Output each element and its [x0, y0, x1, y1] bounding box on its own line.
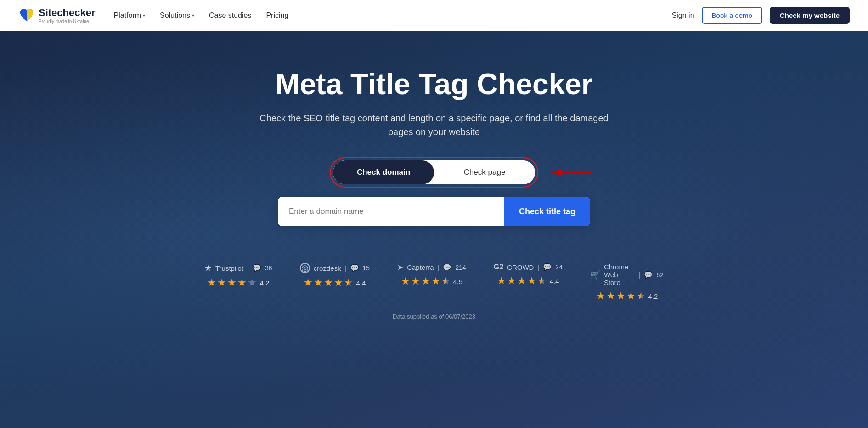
logo-subtitle: Proudly made in Ukraine: [39, 19, 96, 24]
rating-crowd: G2 CROWD | 💬 24 ★ ★ ★ ★ ★ 4.4: [494, 263, 563, 287]
check-page-toggle[interactable]: Check page: [434, 160, 535, 184]
book-demo-button[interactable]: Book a demo: [702, 7, 762, 24]
hero-subtitle: Check the SEO title tag content and leng…: [255, 111, 613, 139]
capterra-count: 214: [455, 264, 466, 271]
rating-capterra: ➤ Capterra | 💬 214 ★ ★ ★ ★ ★ 4.5: [397, 263, 466, 287]
ratings-row: ★ Trustpilot | 💬 36 ★ ★ ★ ★ ★ 4.2: [204, 263, 664, 302]
toggle-red-border: Check domain Check page: [330, 157, 538, 188]
nav-case-studies[interactable]: Case studies: [209, 11, 252, 20]
capterra-label: Capterra: [407, 263, 434, 271]
capterra-icon: ➤: [397, 263, 403, 272]
hero-title: Meta Title Tag Checker: [275, 68, 592, 100]
check-title-tag-button[interactable]: Check title tag: [504, 197, 590, 226]
message-icon: 💬: [253, 264, 261, 272]
check-domain-toggle[interactable]: Check domain: [333, 160, 434, 184]
chrome-count: 52: [656, 271, 664, 279]
rating-chrome: 🛒 Chrome Web Store | 💬 52 ★ ★ ★ ★ ★ 4.2: [590, 263, 664, 302]
message-icon: 💬: [443, 263, 451, 272]
arrow-annotation: [543, 163, 593, 182]
crowd-stars: ★ ★ ★ ★ ★ 4.4: [497, 275, 559, 287]
arrow-icon: [543, 163, 593, 182]
nav-solutions[interactable]: Solutions ▾: [160, 11, 194, 20]
chrome-stars: ★ ★ ★ ★ ★ 4.2: [596, 290, 658, 302]
nav-links: Platform ▾ Solutions ▾ Case studies Pric…: [114, 11, 672, 20]
navbar: Sitechecker Proudly made in Ukraine Plat…: [0, 0, 868, 31]
nav-pricing[interactable]: Pricing: [266, 11, 288, 20]
chrome-icon: 🛒: [590, 270, 600, 280]
chevron-down-icon: ▾: [192, 13, 194, 18]
crozdesk-icon: ◎: [300, 263, 310, 273]
message-icon: 💬: [543, 263, 552, 271]
logo[interactable]: Sitechecker Proudly made in Ukraine: [18, 7, 96, 24]
chrome-label: Chrome Web Store: [604, 263, 635, 286]
nav-platform[interactable]: Platform ▾: [114, 11, 146, 20]
data-supplied-text: Data supplied as of 06/07/2023: [393, 313, 475, 320]
message-icon: 💬: [644, 271, 653, 279]
crowd-count: 24: [555, 263, 563, 271]
check-my-website-button[interactable]: Check my website: [770, 7, 850, 24]
capterra-stars: ★ ★ ★ ★ ★ 4.5: [401, 275, 463, 287]
trustpilot-icon: ★: [204, 263, 212, 273]
toggle-wrapper: Check domain Check page: [330, 157, 538, 188]
crowd-label: CROWD: [507, 263, 534, 271]
trustpilot-label: Trustpilot: [215, 264, 243, 272]
logo-title: Sitechecker: [39, 7, 96, 19]
rating-crozdesk: ◎ crozdesk | 💬 15 ★ ★ ★ ★ ★ 4.4: [300, 263, 370, 289]
chevron-down-icon: ▾: [143, 13, 145, 18]
logo-icon: [18, 7, 35, 24]
message-icon: 💬: [350, 264, 359, 272]
toggle-pill: Check domain Check page: [333, 160, 535, 184]
input-row: Check title tag: [278, 197, 590, 226]
crowd-icon: G2: [494, 263, 503, 271]
crozdesk-label: crozdesk: [314, 264, 341, 272]
hero-content: Meta Title Tag Checker Check the SEO tit…: [204, 68, 664, 320]
crozdesk-count: 15: [363, 264, 370, 272]
rating-trustpilot: ★ Trustpilot | 💬 36 ★ ★ ★ ★ ★ 4.2: [204, 263, 272, 289]
crozdesk-stars: ★ ★ ★ ★ ★ 4.4: [304, 277, 366, 289]
nav-right: Sign in Book a demo Check my website: [672, 7, 850, 24]
hero-section: Meta Title Tag Checker Check the SEO tit…: [0, 31, 868, 428]
domain-input[interactable]: [278, 197, 504, 226]
trustpilot-count: 36: [265, 264, 272, 272]
trustpilot-stars: ★ ★ ★ ★ ★ 4.2: [207, 277, 269, 289]
sign-in-button[interactable]: Sign in: [672, 11, 694, 20]
